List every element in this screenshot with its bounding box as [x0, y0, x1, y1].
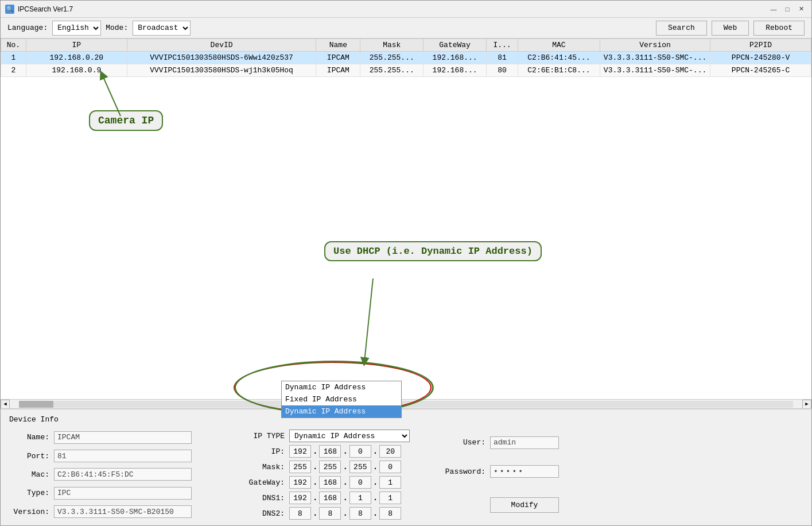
- user-input[interactable]: [490, 436, 559, 449]
- mode-label: Mode:: [106, 24, 128, 32]
- scrollbar-thumb[interactable]: [19, 401, 53, 408]
- table-cell: V3.3.3.3111-S50-SMC-...: [600, 52, 710, 64]
- col-header-mac: MAC: [518, 39, 600, 52]
- search-button[interactable]: Search: [656, 21, 707, 36]
- table-cell: IPCAM: [316, 52, 360, 64]
- minimize-button[interactable]: —: [768, 4, 779, 14]
- dns1-seg2[interactable]: [319, 492, 341, 504]
- port-input[interactable]: [54, 450, 192, 462]
- ip-input-group: . . .: [289, 445, 415, 458]
- table-header-row: No. IP DevID Name Mask GateWay I... MAC …: [1, 39, 811, 52]
- dns2-label: DNS2:: [239, 509, 285, 518]
- table-cell: C2:B6:41:45...: [518, 52, 600, 64]
- maximize-button[interactable]: □: [782, 4, 793, 14]
- table-cell: VVVIPC1501303580HSDS-wj1h3k05Hoq: [127, 64, 316, 77]
- language-select[interactable]: English: [52, 21, 101, 36]
- device-info-title: Device Info: [9, 415, 803, 424]
- table-cell: 192.168...: [424, 52, 487, 64]
- col-header-p2pid: P2PID: [710, 39, 811, 52]
- table-cell: IPCAM: [316, 64, 360, 77]
- col-header-ip: IP: [26, 39, 127, 52]
- table-cell: PPCN-245265-C: [710, 64, 811, 77]
- dropdown-option-fixed[interactable]: Fixed IP Address: [282, 393, 401, 405]
- table-cell: VVVIPC1501303580HSDS-6Wwi420z537: [127, 52, 316, 64]
- mac-input[interactable]: [54, 468, 192, 481]
- dns2-input-group: . . .: [289, 507, 415, 520]
- col-header-name: Name: [316, 39, 360, 52]
- dns1-label: DNS1:: [239, 494, 285, 502]
- reboot-button[interactable]: Reboot: [753, 21, 805, 36]
- dns2-seg1[interactable]: [289, 507, 311, 520]
- gw-seg3[interactable]: [349, 476, 371, 489]
- device-right-col: User: Password: Modify: [440, 430, 577, 520]
- col-header-mask: Mask: [360, 39, 424, 52]
- mask-seg4[interactable]: [379, 461, 401, 473]
- type-input[interactable]: [54, 487, 192, 500]
- gateway-input-group: . . .: [289, 476, 415, 489]
- mac-label: Mac:: [9, 470, 49, 479]
- table-row[interactable]: 2192.168.0.9VVVIPC1501303580HSDS-wj1h3k0…: [1, 64, 811, 77]
- dns2-seg4[interactable]: [379, 507, 401, 520]
- dropdown-option-dynamic1[interactable]: Dynamic IP Address: [282, 381, 401, 393]
- gw-seg1[interactable]: [289, 476, 311, 489]
- ip-seg2[interactable]: [319, 445, 341, 458]
- ip-type-container: Dynamic IP AddressFixed IP AddressDynami…: [289, 430, 415, 442]
- ip-seg4[interactable]: [379, 445, 401, 458]
- horizontal-scrollbar[interactable]: ◀ ▶: [1, 399, 811, 408]
- ip-seg1[interactable]: [289, 445, 311, 458]
- device-center-col: IP TYPE Dynamic IP AddressFixed IP Addre…: [239, 430, 422, 520]
- table-cell: 2: [1, 64, 26, 77]
- table-cell: 192.168.0.9: [26, 64, 127, 77]
- scroll-right-arrow[interactable]: ▶: [802, 400, 811, 409]
- app-icon: 🔍: [5, 5, 14, 14]
- mask-label: Mask:: [239, 463, 285, 471]
- table-row[interactable]: 1192.168.0.20VVVIPC1501303580HSDS-6Wwi42…: [1, 52, 811, 64]
- password-label: Password:: [440, 467, 485, 476]
- window-title: IPCSearch Ver1.7: [18, 5, 73, 13]
- web-button[interactable]: Web: [712, 21, 749, 36]
- scrollbar-track[interactable]: [19, 401, 793, 408]
- dns1-seg1[interactable]: [289, 492, 311, 504]
- mask-seg1[interactable]: [289, 461, 311, 473]
- ip-type-select[interactable]: Dynamic IP AddressFixed IP AddressDynami…: [289, 430, 410, 442]
- mask-seg3[interactable]: [349, 461, 371, 473]
- ip-type-dropdown-popup: Dynamic IP Address Fixed IP Address Dyna…: [281, 381, 402, 418]
- port-label: Port:: [9, 452, 49, 461]
- modify-button[interactable]: Modify: [490, 497, 559, 513]
- title-bar-left: 🔍 IPCSearch Ver1.7: [5, 5, 73, 14]
- ip-seg3[interactable]: [349, 445, 371, 458]
- device-table-area: No. IP DevID Name Mask GateWay I... MAC …: [1, 38, 811, 409]
- table-cell: 81: [487, 52, 518, 64]
- title-bar: 🔍 IPCSearch Ver1.7 — □ ✕: [1, 1, 811, 18]
- col-header-devid: DevID: [127, 39, 316, 52]
- device-table: No. IP DevID Name Mask GateWay I... MAC …: [1, 38, 811, 77]
- gw-seg4[interactable]: [379, 476, 401, 489]
- device-left-col: Name: Port: Mac: Type: Version:: [9, 430, 227, 520]
- table-cell: 192.168...: [424, 64, 487, 77]
- dns2-seg2[interactable]: [319, 507, 341, 520]
- version-input[interactable]: [54, 505, 192, 518]
- table-cell: PPCN-245280-V: [710, 52, 811, 64]
- mode-select[interactable]: Broadcast: [133, 21, 191, 36]
- dns2-seg3[interactable]: [349, 507, 371, 520]
- gw-seg2[interactable]: [319, 476, 341, 489]
- mask-input-group: . . .: [289, 461, 415, 473]
- close-button[interactable]: ✕: [795, 4, 807, 14]
- type-label: Type:: [9, 489, 49, 497]
- scroll-left-arrow[interactable]: ◀: [1, 400, 10, 409]
- toolbar: Language: English Mode: Broadcast Search…: [1, 18, 811, 38]
- ip-type-label: IP TYPE: [239, 432, 285, 440]
- title-controls: — □ ✕: [768, 4, 807, 14]
- col-header-i: I...: [487, 39, 518, 52]
- password-input[interactable]: [490, 465, 559, 478]
- name-input[interactable]: [54, 431, 192, 444]
- table-cell: 192.168.0.20: [26, 52, 127, 64]
- col-header-gateway: GateWay: [424, 39, 487, 52]
- dropdown-option-dynamic2[interactable]: Dynamic IP Address: [282, 405, 401, 417]
- device-info-body: Name: Port: Mac: Type: Version: IP TYPE …: [9, 430, 803, 520]
- dns1-seg3[interactable]: [349, 492, 371, 504]
- dns1-seg4[interactable]: [379, 492, 401, 504]
- table-cell: 80: [487, 64, 518, 77]
- mask-seg2[interactable]: [319, 461, 341, 473]
- table-scroll[interactable]: No. IP DevID Name Mask GateWay I... MAC …: [1, 38, 811, 399]
